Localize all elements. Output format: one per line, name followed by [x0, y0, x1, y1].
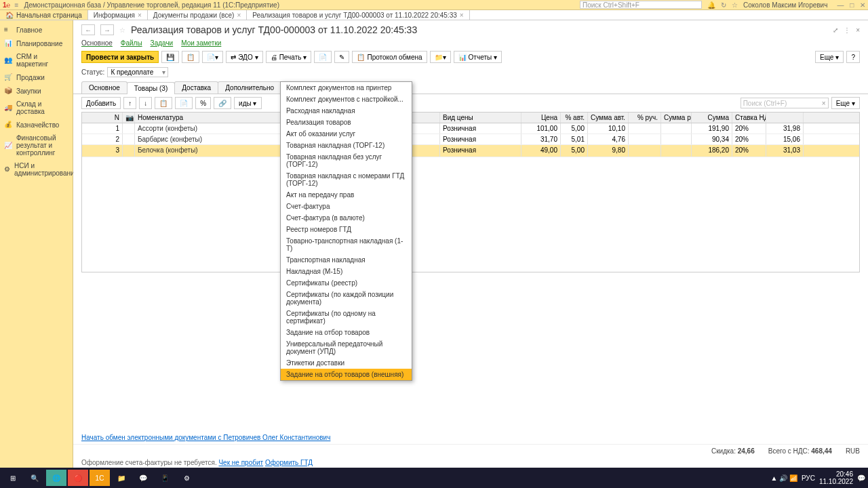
move-up-button[interactable]: ↑ — [123, 97, 136, 109]
favorite-icon[interactable]: ☆ — [119, 26, 125, 34]
dropdown-item[interactable]: Транспортная накладная — [281, 254, 412, 266]
dropdown-item[interactable]: Акт на передачу прав — [281, 189, 412, 201]
refresh-button[interactable]: 📄▾ — [202, 51, 223, 63]
inner-tab-extra[interactable]: Дополнительно — [218, 81, 281, 94]
help-button[interactable]: ? — [846, 51, 860, 63]
grid-search[interactable]: Поиск (Ctrl+F)× — [741, 98, 829, 108]
start-button[interactable]: ⊞ — [3, 470, 23, 486]
col-auto-pct[interactable]: % авт. — [561, 113, 588, 123]
dropdown-item[interactable]: Расходная накладная — [281, 105, 412, 117]
create-button[interactable]: 📁▾ — [430, 51, 451, 63]
sidebar-item-crm[interactable]: 👥CRM и маркетинг — [0, 50, 73, 70]
save-button[interactable]: 💾 — [161, 51, 179, 63]
back-button[interactable]: ← — [81, 24, 95, 35]
col-total[interactable] — [766, 113, 804, 123]
star-icon[interactable]: ☆ — [732, 1, 738, 9]
dropdown-item[interactable]: Счет-фактура (в валюте) — [281, 212, 412, 224]
reports-button[interactable]: 📊 Отчеты ▾ — [454, 51, 502, 63]
sidebar-item-warehouse[interactable]: 🚚Склад и доставка — [0, 98, 73, 118]
sidebar-item-finance[interactable]: 📈Финансовый результат и контроллинг — [0, 131, 73, 159]
dropdown-item[interactable]: Этикетки доставки — [281, 357, 412, 369]
table-row[interactable]: 3Белочка (конфеты)4,000кгРозничная49,005… — [82, 145, 859, 157]
sidebar-item-main[interactable]: ≡Главное — [0, 23, 73, 37]
col-man-sum[interactable]: Сумма руч. — [661, 113, 692, 123]
grid-more-button[interactable]: Еще ▾ — [831, 97, 860, 109]
print-button[interactable]: 🖨 Печать ▾ — [266, 51, 312, 63]
dropdown-item[interactable]: Накладная (М-15) — [281, 266, 412, 277]
gtd-link[interactable]: Оформить ГТД — [265, 459, 313, 466]
tab-close-icon[interactable]: × — [138, 12, 142, 19]
close-doc-icon[interactable]: × — [856, 26, 860, 34]
protocol-button[interactable]: 📋 Протокол обмена — [352, 51, 427, 63]
clear-icon[interactable]: × — [822, 100, 826, 107]
col-price-type[interactable]: Вид цены — [440, 113, 521, 123]
subtab-tasks[interactable]: Задачи — [151, 39, 174, 47]
task-app[interactable]: 📱 — [155, 470, 175, 486]
notifications-icon[interactable]: 💬 — [857, 474, 865, 482]
task-app[interactable]: 📁 — [111, 470, 132, 486]
maximize-icon[interactable]: □ — [850, 1, 854, 9]
close-icon[interactable]: ✕ — [860, 1, 865, 9]
more-button[interactable]: Еще ▾ — [815, 51, 844, 63]
post-button[interactable]: 📋 — [182, 51, 199, 63]
edo-button[interactable]: ⇄ ЭДО ▾ — [226, 51, 262, 63]
move-down-button[interactable]: ↓ — [139, 97, 152, 109]
template-button[interactable]: 📄 — [314, 51, 332, 63]
sidebar-item-nsi[interactable]: ⚙НСИ и администрирование — [0, 159, 73, 180]
inner-tab-main[interactable]: Основное — [81, 81, 127, 94]
dropdown-item[interactable]: Задание на отбор товаров — [281, 327, 412, 338]
col-price[interactable]: Цена — [521, 113, 561, 123]
tab-close-icon[interactable]: × — [460, 12, 464, 19]
dropdown-item[interactable]: Сертификаты (по одному на сертификат) — [281, 308, 412, 327]
dropdown-item[interactable]: Товарная накладная без услуг (ТОРГ-12) — [281, 151, 412, 170]
sidebar-item-purchase[interactable]: 📦Закупки — [0, 84, 73, 98]
edit-button[interactable]: ✎ — [334, 51, 349, 63]
lang-indicator[interactable]: РУС — [802, 474, 815, 482]
search-task-icon[interactable]: 🔍 — [24, 470, 45, 486]
tab-sales-docs[interactable]: Документы продажи (все)× — [148, 10, 247, 20]
subtab-main[interactable]: Основное — [81, 39, 113, 47]
col-nomenclature[interactable]: Номенклатура — [135, 113, 298, 123]
dropdown-item[interactable]: Комплект документов с настройкой... — [281, 94, 412, 105]
expand-icon[interactable]: ⤢ — [833, 26, 838, 34]
dropdown-item[interactable]: Сертификаты (по каждой позиции документа… — [281, 289, 412, 308]
copy-button[interactable]: 📋 — [155, 97, 172, 109]
bell-icon[interactable]: 🔔 — [707, 1, 715, 9]
history-icon[interactable]: ↻ — [721, 1, 726, 9]
paste-button[interactable]: 📄 — [175, 97, 193, 109]
subtab-files[interactable]: Файлы — [121, 39, 142, 47]
dropdown-item[interactable]: Универсальный передаточный документ (УПД… — [281, 338, 412, 357]
minimize-icon[interactable]: — — [837, 1, 844, 9]
inner-tab-delivery[interactable]: Доставка — [174, 81, 218, 94]
tab-info[interactable]: Информация× — [88, 10, 148, 20]
col-icon[interactable]: 📷 — [123, 113, 135, 123]
fill-button[interactable]: иды ▾ — [234, 97, 261, 109]
dropdown-item[interactable]: Реестр номеров ГТД — [281, 224, 412, 235]
col-sum[interactable]: Сумма — [692, 113, 732, 123]
subtab-notes[interactable]: Мои заметки — [181, 39, 221, 47]
dropdown-item[interactable]: Счет-фактура — [281, 201, 412, 212]
status-select[interactable]: К предоплате — [107, 67, 168, 77]
dropdown-item[interactable]: Товарная накладная (ТОРГ-12) — [281, 140, 412, 151]
dropdown-item[interactable]: Товарно-транспортная накладная (1-Т) — [281, 235, 412, 254]
percent-button[interactable]: % — [195, 97, 211, 109]
col-auto-sum[interactable]: Сумма авт. — [588, 113, 629, 123]
dropdown-item[interactable]: Сертификаты (реестр) — [281, 277, 412, 289]
tray-icons[interactable]: ▲ 🔊 📶 — [770, 474, 797, 482]
menu-icon[interactable]: ≡ — [15, 1, 19, 9]
sidebar-item-sales[interactable]: 🛒Продажи — [0, 70, 73, 84]
task-app[interactable]: 🌐 — [46, 470, 66, 486]
task-app[interactable]: ⚙ — [176, 470, 197, 486]
check-link[interactable]: Чек не пробит — [218, 459, 263, 466]
forward-button[interactable]: → — [100, 24, 114, 35]
menu-dots-icon[interactable]: ⋮ — [844, 26, 850, 34]
dropdown-item[interactable]: Акт об оказании услуг — [281, 128, 412, 140]
col-n[interactable]: N — [82, 113, 123, 123]
link-button[interactable]: 🔗 — [214, 97, 231, 109]
task-app[interactable]: 1С — [90, 470, 110, 486]
edo-link[interactable]: Начать обмен электронными документами с … — [81, 434, 330, 441]
task-app[interactable]: 🔴 — [68, 470, 88, 486]
table-row[interactable]: 2Барбарис (конфеты)3,000кгРозничная31,70… — [82, 134, 859, 145]
post-close-button[interactable]: Провести и закрыть — [81, 51, 159, 63]
tab-home[interactable]: 🏠Начальная страница — [0, 10, 88, 20]
